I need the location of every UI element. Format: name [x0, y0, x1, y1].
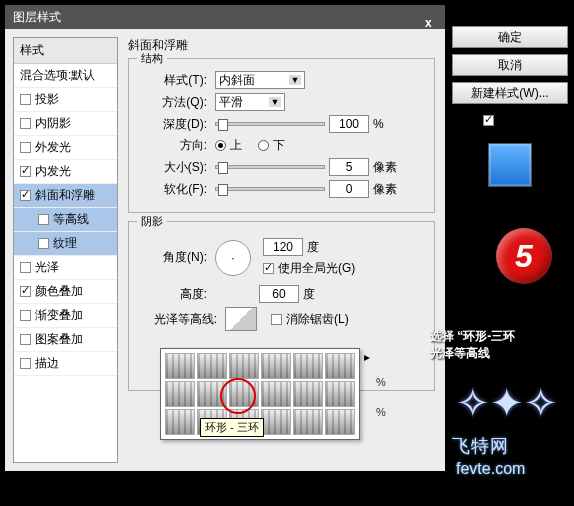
contour-swatch[interactable] — [325, 381, 355, 407]
sidebar-item-stroke[interactable]: 描边 — [14, 352, 117, 376]
size-slider[interactable] — [215, 165, 325, 169]
sidebar-item-label: 颜色叠加 — [35, 283, 83, 300]
preview-checkbox[interactable] — [483, 115, 494, 126]
global-light-checkbox[interactable] — [263, 263, 274, 274]
depth-slider[interactable] — [215, 122, 325, 126]
styles-sidebar: 样式 混合选项:默认 投影 内阴影 外发光 内发光 斜面和浮雕 等高线 纹理 光… — [13, 37, 118, 463]
checkbox[interactable] — [20, 118, 31, 129]
gloss-contour-picker[interactable] — [225, 307, 257, 331]
preview-label: 预览(V) — [498, 112, 538, 129]
sidebar-item-outer-glow[interactable]: 外发光 — [14, 136, 117, 160]
direction-up-label: 上 — [230, 137, 242, 154]
checkbox[interactable] — [20, 262, 31, 273]
direction-label: 方向: — [139, 137, 207, 154]
wings-icon: ✧✦✧ — [456, 380, 558, 426]
sidebar-item-drop-shadow[interactable]: 投影 — [14, 88, 117, 112]
ok-button[interactable]: 确定 — [452, 26, 568, 48]
sidebar-item-label: 图案叠加 — [35, 331, 83, 348]
checkbox[interactable] — [20, 142, 31, 153]
sidebar-item-inner-shadow[interactable]: 内阴影 — [14, 112, 117, 136]
angle-label: 角度(N): — [139, 249, 207, 266]
chevron-down-icon: ▼ — [289, 75, 301, 85]
checkbox[interactable] — [38, 214, 49, 225]
checkbox[interactable] — [20, 286, 31, 297]
contour-tooltip: 环形 - 三环 — [200, 418, 264, 437]
sidebar-item-contour[interactable]: 等高线 — [14, 208, 117, 232]
direction-down-radio[interactable] — [258, 140, 269, 151]
depth-unit: % — [373, 117, 384, 131]
new-style-button[interactable]: 新建样式(W)... — [452, 82, 568, 104]
soften-unit: 像素 — [373, 181, 397, 198]
sidebar-header: 样式 — [14, 38, 117, 64]
contour-swatch[interactable] — [165, 381, 195, 407]
annotation-text: 选择 “环形-三环 光泽等高线 — [430, 328, 515, 362]
contour-swatch[interactable] — [229, 353, 259, 379]
dialog-title: 图层样式 — [13, 5, 61, 29]
checkbox[interactable] — [20, 334, 31, 345]
altitude-label: 高度: — [139, 286, 207, 303]
cancel-button[interactable]: 取消 — [452, 54, 568, 76]
checkbox[interactable] — [20, 310, 31, 321]
size-input[interactable]: 5 — [329, 158, 369, 176]
contour-swatch[interactable] — [293, 409, 323, 435]
titlebar[interactable]: 图层样式 x — [5, 5, 445, 29]
structure-legend: 结构 — [137, 51, 167, 66]
sidebar-item-pattern-overlay[interactable]: 图案叠加 — [14, 328, 117, 352]
contour-swatch[interactable] — [293, 381, 323, 407]
style-select[interactable]: 内斜面▼ — [215, 71, 305, 89]
sidebar-item-color-overlay[interactable]: 颜色叠加 — [14, 280, 117, 304]
soften-input[interactable]: 0 — [329, 180, 369, 198]
preview-swatch — [488, 143, 532, 187]
dialog-buttons: 确定 取消 新建样式(W)... 预览(V) — [452, 26, 568, 195]
gloss-contour-label: 光泽等高线: — [139, 311, 217, 328]
sidebar-item-bevel-emboss[interactable]: 斜面和浮雕 — [14, 184, 117, 208]
sidebar-item-label: 纹理 — [53, 235, 77, 252]
contour-swatch[interactable] — [261, 409, 291, 435]
altitude-input[interactable]: 60 — [259, 285, 299, 303]
sidebar-item-label: 混合选项:默认 — [20, 67, 95, 84]
checkbox[interactable] — [38, 238, 49, 249]
angle-input[interactable]: 120 — [263, 238, 303, 256]
contour-swatch[interactable] — [325, 409, 355, 435]
sidebar-item-inner-glow[interactable]: 内发光 — [14, 160, 117, 184]
sidebar-item-texture[interactable]: 纹理 — [14, 232, 117, 256]
brand-text: 飞特网 — [452, 434, 509, 458]
contour-swatch[interactable] — [197, 353, 227, 379]
sidebar-item-gradient-overlay[interactable]: 渐变叠加 — [14, 304, 117, 328]
contour-swatch[interactable] — [197, 381, 227, 407]
close-icon[interactable]: x — [425, 11, 437, 23]
technique-select[interactable]: 平滑▼ — [215, 93, 285, 111]
direction-up-radio[interactable] — [215, 140, 226, 151]
antialias-checkbox[interactable] — [271, 314, 282, 325]
contour-swatch[interactable] — [229, 381, 259, 407]
panel-title: 斜面和浮雕 — [128, 37, 435, 54]
contour-swatch[interactable] — [261, 353, 291, 379]
sidebar-item-label: 内发光 — [35, 163, 71, 180]
altitude-unit: 度 — [303, 286, 315, 303]
contour-swatch[interactable] — [293, 353, 323, 379]
checkbox[interactable] — [20, 358, 31, 369]
contour-swatch[interactable] — [325, 353, 355, 379]
sidebar-item-label: 外发光 — [35, 139, 71, 156]
structure-group: 结构 样式(T): 内斜面▼ 方法(Q): 平滑▼ 深度(D): 100 % 方… — [128, 58, 435, 213]
contour-swatch[interactable] — [261, 381, 291, 407]
brand-url: fevte.com — [456, 460, 525, 478]
shading-legend: 阴影 — [137, 214, 167, 229]
chevron-down-icon: ▼ — [269, 97, 281, 107]
contour-swatch[interactable] — [165, 409, 195, 435]
depth-label: 深度(D): — [139, 116, 207, 133]
direction-down-label: 下 — [273, 137, 285, 154]
angle-wheel[interactable]: · — [215, 240, 251, 276]
size-label: 大小(S): — [139, 159, 207, 176]
soften-slider[interactable] — [215, 187, 325, 191]
checkbox[interactable] — [20, 94, 31, 105]
popup-side-arrow-icon[interactable]: ▸ — [360, 350, 374, 364]
soften-label: 软化(F): — [139, 181, 207, 198]
checkbox[interactable] — [20, 190, 31, 201]
depth-input[interactable]: 100 — [329, 115, 369, 133]
sidebar-item-blend-defaults[interactable]: 混合选项:默认 — [14, 64, 117, 88]
sidebar-item-label: 斜面和浮雕 — [35, 187, 95, 204]
checkbox[interactable] — [20, 166, 31, 177]
contour-swatch[interactable] — [165, 353, 195, 379]
sidebar-item-satin[interactable]: 光泽 — [14, 256, 117, 280]
